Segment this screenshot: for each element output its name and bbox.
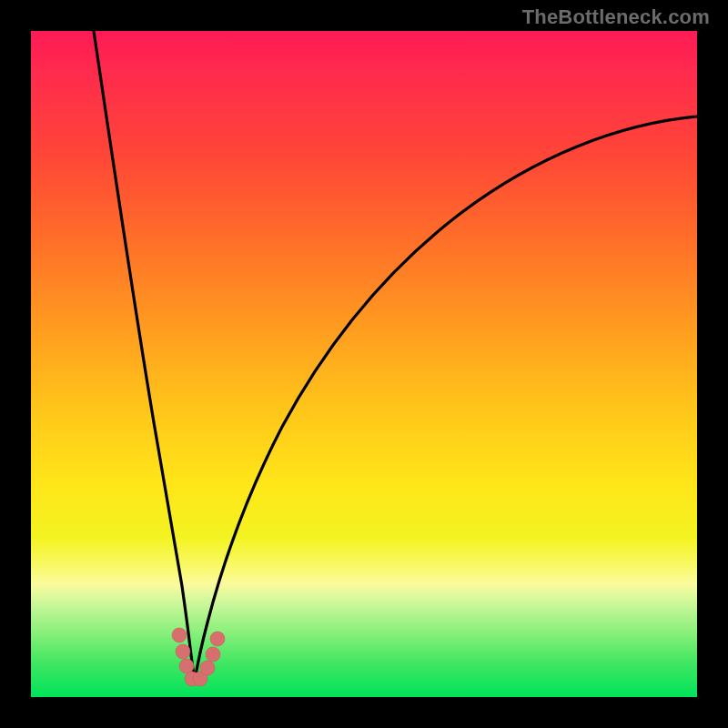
curve-right (195, 116, 697, 681)
dot (179, 659, 194, 673)
dot (210, 632, 225, 646)
watermark-text: TheBottleneck.com (522, 5, 710, 29)
bottleneck-curve (31, 31, 697, 697)
dot (172, 628, 187, 642)
curve-left (94, 31, 195, 681)
dot (206, 647, 220, 662)
chart-frame: TheBottleneck.com (0, 0, 728, 728)
dot (200, 661, 215, 675)
dot (176, 644, 190, 659)
plot-area (31, 31, 697, 697)
